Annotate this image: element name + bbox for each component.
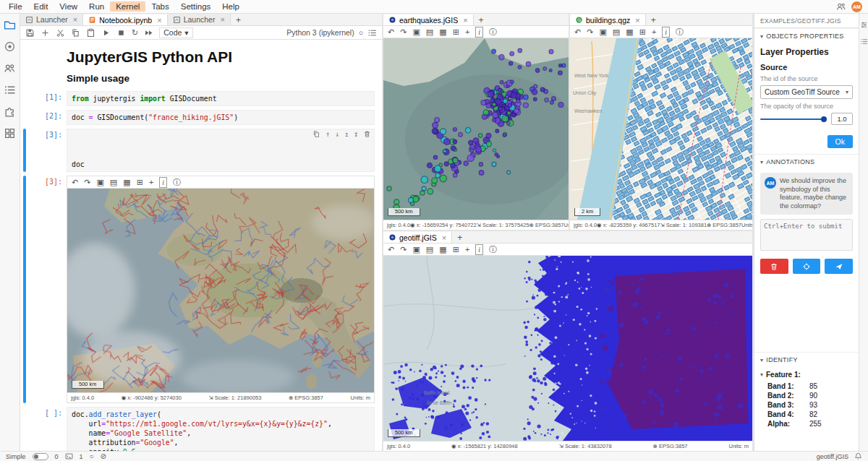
select-tool-icon[interactable]: ▣ bbox=[412, 245, 420, 254]
bell-icon[interactable] bbox=[854, 452, 862, 460]
new-tab-button[interactable]: + bbox=[452, 233, 467, 243]
property-inspector-icon[interactable] bbox=[860, 21, 868, 29]
basemap-tool-icon[interactable]: ▦ bbox=[439, 27, 446, 37]
feature-header[interactable]: ▾ Feature 1: bbox=[760, 371, 853, 379]
file-browser-icon[interactable] bbox=[4, 19, 16, 31]
run-cell-icon[interactable] bbox=[101, 28, 111, 38]
extent-tool-icon[interactable]: ⊞ bbox=[137, 178, 143, 187]
menu-run[interactable]: Run bbox=[83, 1, 110, 12]
tab-buildings[interactable]: buildings.qgz × bbox=[570, 14, 646, 26]
paste-cell-icon[interactable] bbox=[86, 28, 95, 38]
close-tab-icon[interactable]: × bbox=[635, 17, 639, 24]
redo-icon[interactable]: ↷ bbox=[84, 178, 90, 187]
opacity-value-input[interactable]: 1.0 bbox=[831, 113, 853, 125]
menu-kernel[interactable]: Kernel bbox=[110, 1, 145, 12]
tab-launcher-2[interactable]: Launcher × bbox=[168, 14, 231, 25]
terminals-count[interactable]: 0 bbox=[55, 453, 59, 460]
section-identify[interactable]: ▾ IDENTIFY bbox=[754, 352, 859, 366]
extent-tool-icon[interactable]: ⊞ bbox=[639, 27, 646, 37]
map-projection[interactable]: EPSG:3857 bbox=[294, 395, 323, 401]
current-file-label[interactable]: geotiff.jGIS bbox=[817, 453, 848, 460]
menu-tabs[interactable]: Tabs bbox=[145, 1, 174, 12]
submit-annotation-button[interactable] bbox=[825, 259, 853, 274]
basemap-tool-icon[interactable]: ▦ bbox=[439, 245, 446, 254]
map-canvas-geotiff[interactable]: Baffin Island Île de Baffin 500 km bbox=[383, 256, 752, 441]
map-projection[interactable]: EPSG:3857 bbox=[535, 222, 564, 228]
map-canvas-buildings[interactable]: West New York Union City Weehawken 2 km bbox=[570, 38, 752, 220]
tab-earthquakes[interactable]: earthquakes.jGIS × bbox=[383, 14, 474, 26]
close-tab-icon[interactable]: × bbox=[157, 17, 161, 24]
tab-notebook[interactable]: Notebook.ipynb × bbox=[83, 14, 167, 26]
layers-tool-icon[interactable]: ▤ bbox=[426, 27, 433, 37]
delete-annotation-button[interactable] bbox=[760, 259, 788, 274]
running-sessions-icon[interactable] bbox=[4, 40, 16, 53]
annotation-card[interactable]: AM We should improve the symbology of th… bbox=[760, 173, 853, 215]
map-canvas-earthquakes[interactable]: 500 km bbox=[383, 38, 569, 220]
add-layer-icon[interactable]: + bbox=[465, 245, 469, 254]
no-activity-icon[interactable]: ⊘ bbox=[101, 452, 106, 460]
stop-kernel-icon[interactable] bbox=[116, 28, 126, 38]
center-annotation-button[interactable] bbox=[793, 259, 821, 274]
redo-icon[interactable]: ↷ bbox=[400, 245, 407, 254]
undo-icon[interactable]: ↶ bbox=[72, 178, 78, 187]
select-tool-icon[interactable]: ▣ bbox=[412, 27, 420, 37]
restart-kernel-icon[interactable]: ↻ bbox=[132, 28, 138, 38]
undo-icon[interactable]: ↶ bbox=[388, 27, 394, 37]
identify-tool-icon[interactable]: i bbox=[159, 177, 167, 188]
close-tab-icon[interactable]: × bbox=[73, 16, 77, 23]
duplicate-cell-icon[interactable] bbox=[312, 130, 320, 138]
map-canvas-france[interactable]: 500 km bbox=[67, 189, 374, 392]
slider-knob[interactable] bbox=[821, 116, 827, 122]
move-down-icon[interactable]: ↓ bbox=[335, 130, 339, 138]
cell-collapser[interactable] bbox=[23, 110, 26, 125]
menu-view[interactable]: View bbox=[54, 1, 83, 12]
code-editor[interactable]: from jupytergis import GISDocument bbox=[67, 91, 375, 106]
markdown-cell[interactable]: JupyterGIS Python API Simple usage bbox=[67, 48, 375, 84]
info-icon[interactable]: ⓘ bbox=[489, 27, 497, 37]
layers-tool-icon[interactable]: ▤ bbox=[426, 245, 433, 254]
basemap-tool-icon[interactable]: ▦ bbox=[626, 27, 633, 37]
debugger-icon[interactable] bbox=[860, 38, 868, 46]
kernel-name[interactable]: Python 3 (ipykernel) bbox=[286, 28, 354, 37]
map-projection[interactable]: EPSG:3857 bbox=[712, 222, 741, 228]
insert-below-icon[interactable]: ↧ bbox=[354, 130, 358, 138]
redo-icon[interactable]: ↷ bbox=[587, 27, 593, 37]
insert-above-icon[interactable]: ↥ bbox=[344, 130, 349, 138]
menu-settings[interactable]: Settings bbox=[175, 1, 217, 12]
undo-icon[interactable]: ↶ bbox=[574, 27, 581, 37]
toolbar-overflow-icon[interactable] bbox=[367, 28, 377, 38]
cell-collapser[interactable] bbox=[23, 176, 26, 403]
tab-launcher-1[interactable]: Launcher × bbox=[20, 14, 83, 25]
widgets-icon[interactable] bbox=[4, 127, 16, 139]
collaboration-icon[interactable] bbox=[4, 62, 16, 74]
code-editor[interactable]: ↑ ↓ ↥ ↧ doc bbox=[67, 129, 375, 172]
save-icon[interactable] bbox=[25, 28, 35, 38]
info-icon[interactable]: ⓘ bbox=[676, 27, 684, 37]
identify-tool-icon[interactable]: i bbox=[475, 27, 483, 38]
simple-mode-toggle[interactable] bbox=[33, 453, 48, 460]
copy-cell-icon[interactable] bbox=[71, 28, 80, 38]
section-objects-properties[interactable]: ▾ OBJECTS PROPERTIES bbox=[754, 28, 859, 43]
ok-button[interactable]: Ok bbox=[827, 135, 853, 148]
info-icon[interactable]: ⓘ bbox=[489, 245, 497, 254]
redo-icon[interactable]: ↷ bbox=[400, 27, 407, 37]
select-tool-icon[interactable]: ▣ bbox=[96, 178, 103, 187]
restart-run-all-icon[interactable] bbox=[144, 28, 153, 38]
opacity-slider[interactable] bbox=[760, 116, 827, 123]
source-select[interactable]: Custom GeoTiff Source ▾ bbox=[760, 85, 853, 99]
kernels-count[interactable]: 1 bbox=[80, 453, 83, 460]
close-tab-icon[interactable]: × bbox=[463, 17, 467, 24]
add-layer-icon[interactable]: + bbox=[652, 27, 656, 37]
user-avatar[interactable]: AM bbox=[851, 1, 862, 12]
identify-tool-icon[interactable]: i bbox=[475, 244, 483, 255]
kernel-status-icon[interactable]: ○ bbox=[90, 452, 94, 460]
info-icon[interactable]: ⓘ bbox=[173, 178, 181, 187]
cell-collapser[interactable] bbox=[23, 91, 26, 106]
menu-help[interactable]: Help bbox=[216, 1, 245, 12]
cell-collapser[interactable] bbox=[23, 407, 26, 451]
cell-type-select[interactable]: Code ▾ bbox=[159, 27, 192, 38]
add-layer-icon[interactable]: + bbox=[149, 178, 153, 187]
delete-cell-icon[interactable] bbox=[363, 130, 371, 138]
new-tab-button[interactable]: + bbox=[474, 15, 489, 25]
code-editor[interactable]: doc.add_raster_layer( url="https://mt1.g… bbox=[67, 407, 375, 451]
